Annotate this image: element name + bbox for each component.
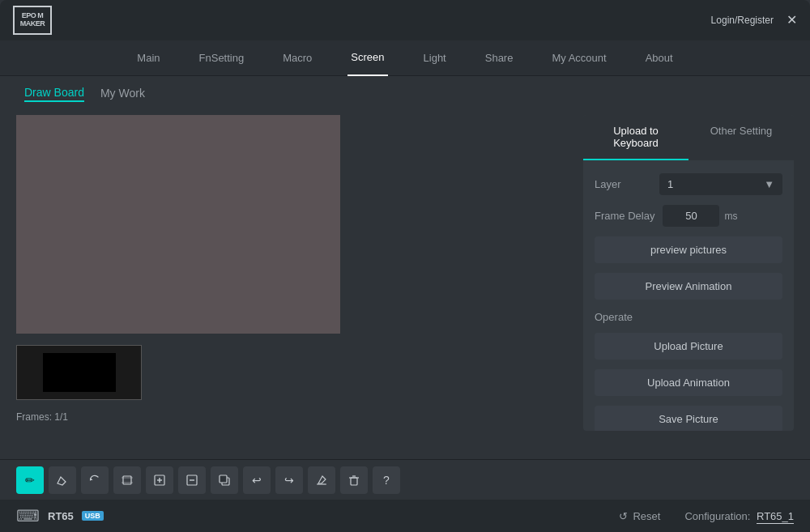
layer-dropdown-icon: ▼ [764,178,774,190]
preview-animation-button[interactable]: Preview Animation [595,273,782,300]
status-left: ⌨ RT65 USB [16,506,104,526]
tab-draw-board[interactable]: Draw Board [24,86,84,102]
canvas-area[interactable] [16,115,340,334]
fill-tool[interactable] [308,466,335,494]
frame-delay-unit: ms [724,211,737,222]
nav-item-screen[interactable]: Screen [347,40,387,76]
config-label: Configuration: [684,510,750,522]
undo-tool[interactable]: ↩ [243,466,271,494]
preview-pictures-button[interactable]: preview pictures [595,236,782,263]
right-panel-tabs: Upload to Keyboard Other Setting [583,115,794,160]
frame-thumbnail[interactable] [16,345,142,400]
device-name: RT65 [48,510,74,522]
nav-item-light[interactable]: Light [420,40,450,76]
tab-my-work[interactable]: My Work [100,87,145,101]
operate-label: Operate [595,311,782,323]
status-right: ↺ Reset Configuration: RT65_1 [619,510,794,522]
title-bar-right: Login/Register ✕ [711,14,797,27]
frame-delay-label: Frame Delay [595,210,654,222]
logo-text: EPO M MAKER [15,12,50,28]
nav-item-macro[interactable]: Macro [279,40,315,76]
nav-bar: Main FnSetting Macro Screen Light Share … [0,40,810,76]
frame-delay-row: Frame Delay ms [595,205,782,227]
svg-rect-11 [317,483,326,485]
remove-frame-tool[interactable] [178,466,206,494]
tab-upload-to-keyboard[interactable]: Upload to Keyboard [583,115,688,160]
svg-marker-0 [91,478,93,480]
reset-icon: ↺ [619,510,628,522]
config-info: Configuration: RT65_1 [684,510,794,522]
right-panel: Upload to Keyboard Other Setting Layer 1… [583,115,794,431]
toolbar: ✏ ↩ ↪ [0,459,810,500]
nav-item-about[interactable]: About [642,40,676,76]
add-frame-tool[interactable] [146,466,173,494]
help-tool[interactable]: ? [373,466,400,494]
svg-rect-10 [220,475,227,483]
layer-label: Layer [595,178,651,190]
upload-picture-button[interactable]: Upload Picture [595,333,782,360]
frame-delay-input-group: ms [663,205,782,227]
save-picture-button[interactable]: Save Picture [595,406,782,431]
reset-button[interactable]: ↺ Reset [619,510,660,522]
layer-value: 1 [667,178,673,190]
close-button[interactable]: ✕ [787,14,797,27]
title-bar: EPO M MAKER Login/Register ✕ [0,0,810,40]
frame-delay-input[interactable] [663,205,719,227]
layer-select[interactable]: 1 ▼ [659,173,782,195]
nav-item-main[interactable]: Main [134,40,163,76]
delete-tool[interactable] [340,466,368,494]
nav-item-share[interactable]: Share [482,40,517,76]
usb-badge: USB [82,511,104,521]
left-panel: Frames: 1/1 [16,112,567,436]
tab-other-setting[interactable]: Other Setting [688,115,794,160]
keyboard-icon: ⌨ [16,506,40,526]
reset-label: Reset [633,510,660,522]
layer-row: Layer 1 ▼ [595,173,782,195]
redo-tool[interactable]: ↪ [275,466,303,494]
copy-frame-tool[interactable] [211,466,238,494]
nav-item-my-account[interactable]: My Account [548,40,609,76]
pencil-tool[interactable]: ✏ [16,466,44,494]
frames-label: Frames: 1/1 [16,411,567,423]
thumbnail-strip [16,345,567,400]
nav-item-fnsetting[interactable]: FnSetting [196,40,248,76]
sub-tabs: Draw Board My Work [0,76,810,112]
right-panel-body: Layer 1 ▼ Frame Delay ms preview picture… [583,160,794,431]
main-content: Frames: 1/1 Upload to Keyboard Other Set… [0,112,810,436]
eraser-tool[interactable] [49,466,76,494]
status-bar: ⌨ RT65 USB ↺ Reset Configuration: RT65_1 [0,500,810,532]
config-value: RT65_1 [757,510,794,524]
svg-rect-12 [351,478,357,485]
crop-tool[interactable] [113,466,141,494]
rotate-tool[interactable] [81,466,109,494]
thumbnail-preview [43,353,116,392]
login-register-link[interactable]: Login/Register [711,15,774,26]
upload-animation-button[interactable]: Upload Animation [595,369,782,396]
app-logo: EPO M MAKER [13,6,52,35]
